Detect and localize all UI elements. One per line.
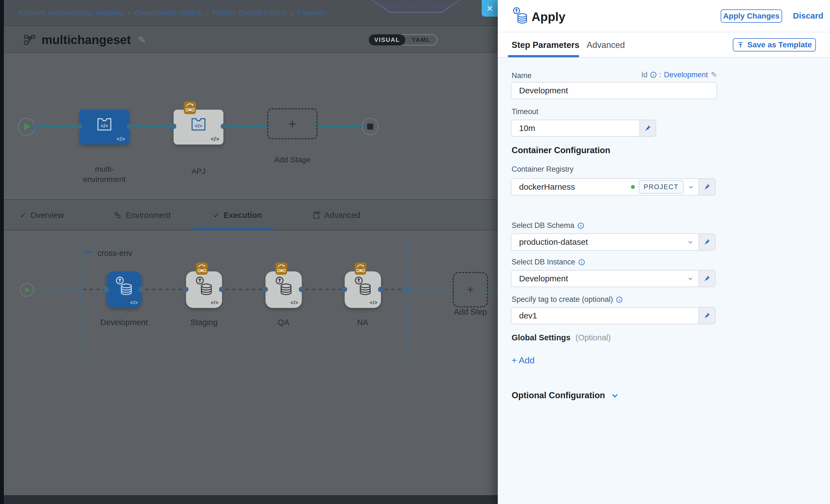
collapse-group-icon[interactable] [85,251,93,253]
svg-text:</>: </> [195,123,202,129]
step-id-row: Id i : Development ✎ [608,70,717,79]
step-node-qa[interactable]: </> [265,272,302,308]
scope-badge: PROJECT [639,180,683,194]
collapsed-left-nav [0,0,4,504]
close-drawer-button[interactable]: ✕ [482,0,498,17]
looping-strategy-icon [354,262,366,275]
optional-configuration-toggle[interactable]: Optional Configuration [512,390,619,401]
add-stage-button[interactable]: + [267,108,318,139]
toggle-visual[interactable]: VISUAL [369,34,405,45]
stage-label: multi-environment [77,164,132,184]
tab-environment[interactable]: Environment [114,200,171,230]
drawer-tab-bar: Step Parameters Advanced Save as Templat… [498,32,830,58]
tab-separator-icon: › [189,200,192,230]
runtime-input-toggle[interactable] [699,307,716,324]
toggle-yaml[interactable]: YAML [405,35,437,45]
info-icon[interactable]: i [616,296,623,303]
chevron-down-icon[interactable] [687,183,695,191]
stop-icon [367,124,373,130]
optional-hint: (Optional) [576,333,611,342]
toggle-yaml-view-icon[interactable]: </> [370,300,378,306]
apply-step-icon [512,7,528,26]
breadcrumb-account[interactable]: Account: kurosakiichigo.songoku [18,8,123,17]
tab-step-advanced[interactable]: Advanced [587,40,625,50]
add-stage-label: Add Stage [267,155,318,165]
runtime-input-toggle[interactable] [640,120,656,137]
pin-icon [703,312,711,319]
runtime-input-toggle[interactable] [699,233,716,251]
stage-node-multi-environment[interactable]: </> </> [79,110,129,145]
connector-port [342,287,347,292]
info-icon[interactable]: i [577,222,584,229]
db-schema-label-row: Select DB Schema i [512,221,584,230]
tab-execution[interactable]: ✓Execution [213,200,262,230]
toggle-yaml-view-icon[interactable]: </> [211,136,220,142]
save-as-template-button[interactable]: Save as Template [733,38,816,52]
connector-port [171,124,177,129]
breadcrumb-project[interactable]: Project: Default Project [212,8,286,17]
edit-id-icon[interactable]: ✎ [711,70,717,79]
pin-icon [644,125,651,132]
connector-port [378,287,383,292]
check-icon: ✓ [213,211,220,220]
pipeline-studio-screen: Account: kurosakiichigo.songoku › Organi… [0,0,830,504]
add-step-button[interactable]: + [453,272,488,307]
tab-advanced[interactable]: Advanced [312,200,360,230]
breadcrumb-pipelines[interactable]: Pipelines [297,8,327,17]
connector-port [77,124,82,129]
step-node-development[interactable]: </> [106,272,141,308]
chevron-down-icon[interactable] [686,275,695,283]
advanced-icon [312,211,321,220]
breadcrumb-separator-icon: › [201,8,212,18]
id-value[interactable]: Development [664,71,708,79]
breadcrumb-org[interactable]: Organization: default [134,8,201,17]
db-schema-select[interactable]: production-dataset [511,233,699,251]
timeout-label: Timeout [512,107,539,116]
global-settings-label: Global Settings [512,333,571,342]
pin-icon [703,239,711,246]
container-configuration-heading: Container Configuration [512,146,610,155]
edit-pipeline-name-icon[interactable]: ✎ [138,34,146,45]
toggle-yaml-view-icon[interactable]: </> [211,300,219,306]
name-input[interactable]: Development [511,82,717,99]
container-registry-field[interactable]: dockerHarness PROJECT [511,178,699,195]
info-icon[interactable]: i [578,259,585,266]
connector-port [183,287,189,292]
toggle-yaml-view-icon[interactable]: </> [117,136,125,142]
execution-start-node [20,283,34,297]
chevron-down-icon[interactable] [686,238,695,246]
tab-overview[interactable]: ✓Overview [20,200,64,230]
looping-strategy-icon [196,262,208,275]
svg-text:i: i [619,298,620,302]
connector-port [404,287,409,292]
step-group-label: cross-env [97,249,132,258]
runtime-input-toggle[interactable] [699,270,716,287]
apply-step-drawer: Apply Apply Changes Discard Step Paramet… [498,0,830,504]
tab-separator-icon: › [288,200,291,230]
timeout-input[interactable]: 10m [511,120,640,137]
info-icon[interactable]: i [650,71,657,78]
step-node-staging[interactable]: </> [186,272,222,308]
discard-button[interactable]: Discard [793,11,823,21]
plus-icon: + [467,283,474,296]
toggle-yaml-view-icon[interactable]: </> [130,300,138,306]
pin-icon [703,275,711,282]
add-global-setting-button[interactable]: + Add [512,355,535,366]
bottom-edge-bar [4,495,498,504]
svg-text:i: i [581,260,582,264]
visual-yaml-toggle[interactable]: VISUAL YAML [369,34,438,45]
runtime-input-toggle[interactable] [699,178,716,195]
active-tab-underline [508,55,579,57]
step-node-na[interactable]: </> [345,272,381,308]
apply-changes-button[interactable]: Apply Changes [721,9,782,23]
container-registry-label: Container Registry [512,165,574,174]
connector-port [127,124,132,129]
id-label: Id [641,71,647,79]
plus-icon: + [288,116,296,131]
tag-input[interactable]: dev1 [511,307,699,324]
tab-step-parameters[interactable]: Step Parameters [512,40,579,50]
stage-node-apj[interactable]: </> </> [173,110,223,145]
db-instance-select[interactable]: Development [511,270,699,287]
play-icon [24,123,30,130]
toggle-yaml-view-icon[interactable]: </> [290,300,298,306]
